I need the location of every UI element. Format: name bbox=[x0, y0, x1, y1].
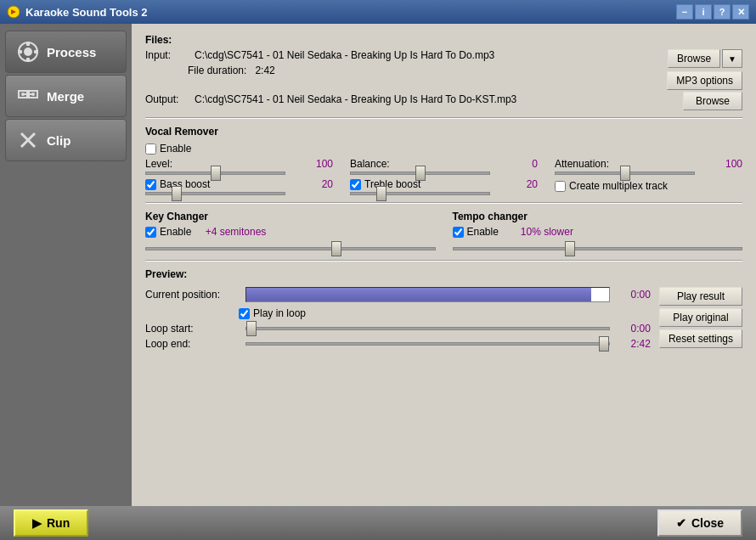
divider-1 bbox=[145, 117, 742, 119]
tempo-changer-title: Tempo changer bbox=[453, 211, 743, 222]
process-icon bbox=[16, 40, 40, 64]
vocal-remover-enable-row: Enable bbox=[145, 143, 742, 155]
multiplex-checkbox[interactable] bbox=[555, 181, 566, 192]
bass-treble-row: Bass boost 20 Treble boost 20 bbox=[145, 178, 742, 195]
clip-icon bbox=[16, 128, 40, 152]
reset-settings-button[interactable]: Reset settings bbox=[659, 329, 742, 348]
duration-value: 2:42 bbox=[255, 65, 274, 76]
attenuation-slider[interactable] bbox=[555, 172, 695, 175]
main-container: Process Merge Clip bbox=[0, 24, 756, 506]
bass-col: Bass boost 20 bbox=[145, 178, 333, 195]
play-original-button[interactable]: Play original bbox=[659, 308, 742, 327]
bass-boost-slider[interactable] bbox=[145, 192, 285, 195]
sidebar-item-clip[interactable]: Clip bbox=[5, 119, 127, 161]
minimize-button[interactable]: − bbox=[676, 4, 693, 20]
tempo-slider[interactable] bbox=[453, 247, 743, 250]
tempo-enable-row: Enable 10% slower bbox=[453, 226, 743, 238]
key-enable-checkbox[interactable] bbox=[145, 227, 156, 238]
sidebar: Process Merge Clip bbox=[0, 24, 132, 506]
play-in-loop-checkbox[interactable] bbox=[239, 308, 250, 319]
output-file-row: Output: C:\cdg\SC7541 - 01 Neil Sedaka -… bbox=[145, 93, 676, 105]
attenuation-value: 100 bbox=[725, 158, 742, 170]
balance-col: Balance: 0 bbox=[350, 158, 538, 175]
play-in-loop-label: Play in loop bbox=[253, 307, 306, 319]
loop-start-slider[interactable] bbox=[245, 327, 610, 330]
mp3-options-button[interactable]: MP3 options bbox=[667, 71, 742, 90]
browse-output-group: Browse bbox=[683, 92, 742, 110]
progress-bar-fill bbox=[246, 288, 591, 301]
loop-end-label: Loop end: bbox=[145, 338, 239, 350]
balance-value: 0 bbox=[532, 158, 538, 170]
current-position-label: Current position: bbox=[145, 289, 239, 301]
svg-point-2 bbox=[24, 48, 32, 56]
key-value: +4 semitones bbox=[198, 226, 266, 238]
window-title: Karaoke Sound Tools 2 bbox=[25, 6, 676, 19]
key-changer-title: Key Changer bbox=[145, 211, 436, 222]
input-file-row: Input: C:\cdg\SC7541 - 01 Neil Sedaka - … bbox=[145, 49, 660, 61]
merge-icon bbox=[16, 84, 40, 108]
multiplex-row: Create multiplex track bbox=[555, 180, 742, 192]
loop-start-row: Loop start: 0:00 bbox=[145, 323, 651, 335]
tempo-check-label: Enable bbox=[453, 226, 499, 238]
files-label: Files: bbox=[145, 34, 742, 46]
title-bar: Karaoke Sound Tools 2 − i ? ✕ bbox=[0, 0, 756, 24]
play-in-loop-row: Play in loop bbox=[239, 307, 651, 319]
sidebar-merge-label: Merge bbox=[47, 89, 84, 104]
close-button[interactable]: ✔ Close bbox=[657, 509, 742, 537]
sidebar-clip-label: Clip bbox=[47, 133, 71, 148]
browse-input-button[interactable]: Browse bbox=[668, 49, 720, 68]
tempo-enable-checkbox[interactable] bbox=[453, 227, 464, 238]
run-button[interactable]: ▶ Run bbox=[14, 509, 88, 537]
svg-point-11 bbox=[31, 93, 35, 96]
treble-boost-slider[interactable] bbox=[350, 192, 490, 195]
multiplex-label: Create multiplex track bbox=[569, 180, 668, 192]
vocal-remover-title: Vocal Remover bbox=[145, 126, 742, 138]
play-result-button[interactable]: Play result bbox=[659, 287, 742, 306]
browse-btn-row: Browse ▼ bbox=[668, 49, 742, 68]
changer-section: Key Changer Enable +4 semitones Tempo ch… bbox=[145, 211, 742, 253]
output-path: C:\cdg\SC7541 - 01 Neil Sedaka - Breakin… bbox=[195, 93, 676, 105]
duration-label: File duration: bbox=[188, 65, 246, 76]
preview-title: Preview: bbox=[145, 268, 742, 280]
sidebar-item-merge[interactable]: Merge bbox=[5, 75, 127, 117]
current-time: 0:00 bbox=[617, 289, 651, 301]
browse-dropdown-button[interactable]: ▼ bbox=[722, 49, 742, 68]
preview-buttons: Play result Play original Reset settings bbox=[659, 287, 742, 348]
sidebar-item-process[interactable]: Process bbox=[5, 31, 127, 73]
output-label: Output: bbox=[145, 93, 188, 105]
input-path: C:\cdg\SC7541 - 01 Neil Sedaka - Breakin… bbox=[195, 49, 660, 61]
close-window-button[interactable]: ✕ bbox=[732, 4, 749, 20]
svg-rect-5 bbox=[18, 50, 22, 53]
key-check-label: Enable bbox=[145, 226, 191, 238]
level-value: 100 bbox=[316, 158, 333, 170]
files-section: Files: Input: C:\cdg\SC7541 - 01 Neil Se… bbox=[145, 34, 742, 110]
bass-boost-value: 20 bbox=[322, 178, 333, 190]
window-controls: − i ? ✕ bbox=[676, 4, 749, 20]
level-slider[interactable] bbox=[145, 172, 285, 175]
vocal-remover-enable-checkbox[interactable] bbox=[145, 143, 156, 155]
level-col: Level: 100 bbox=[145, 158, 333, 175]
file-duration-row: File duration: 2:42 bbox=[188, 65, 660, 76]
info-button[interactable]: i bbox=[695, 4, 712, 20]
browse-output-button[interactable]: Browse bbox=[683, 92, 742, 110]
loop-end-time: 2:42 bbox=[617, 338, 651, 350]
divider-2 bbox=[145, 202, 742, 204]
svg-rect-6 bbox=[34, 50, 38, 53]
key-slider[interactable] bbox=[145, 247, 436, 250]
treble-boost-value: 20 bbox=[527, 178, 538, 190]
preview-controls: Current position: 0:00 Play in loop Loop… bbox=[145, 287, 651, 353]
browse-group-input: Browse ▼ MP3 options bbox=[667, 49, 742, 90]
tempo-changer-col: Tempo changer Enable 10% slower bbox=[453, 211, 743, 253]
key-enable-row: Enable +4 semitones bbox=[145, 226, 436, 238]
preview-section: Preview: Current position: 0:00 Play bbox=[145, 268, 742, 353]
progress-bar-container[interactable] bbox=[245, 287, 610, 302]
svg-point-10 bbox=[21, 93, 25, 96]
balance-slider[interactable] bbox=[350, 172, 490, 175]
svg-rect-4 bbox=[26, 58, 30, 62]
treble-col: Treble boost 20 bbox=[350, 178, 538, 195]
loop-end-slider[interactable] bbox=[245, 342, 610, 346]
key-enable-label: Enable bbox=[160, 226, 191, 238]
help-button[interactable]: ? bbox=[714, 4, 731, 20]
vocal-remover-section: Vocal Remover Enable Level: 100 Balance: bbox=[145, 126, 742, 195]
multiplex-col: Create multiplex track bbox=[555, 178, 742, 192]
